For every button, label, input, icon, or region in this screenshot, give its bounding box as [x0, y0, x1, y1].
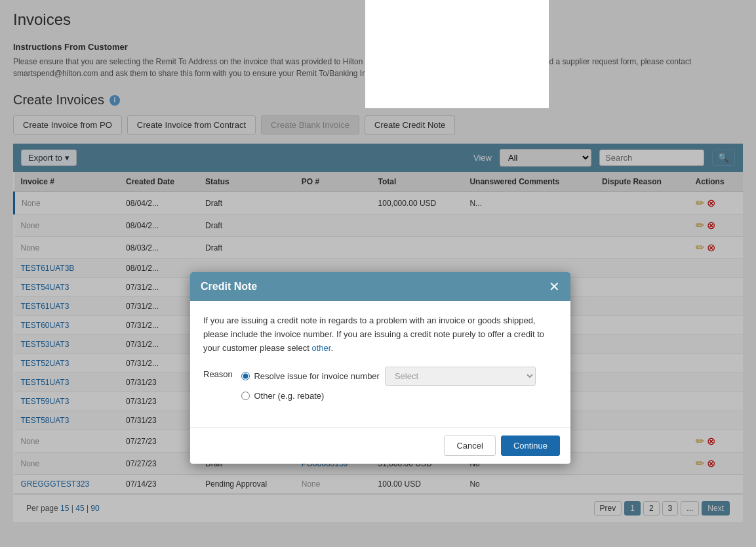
reason-label: Reason — [203, 369, 233, 379]
reason-row-1: Resolve issue for invoice number Select — [241, 367, 535, 386]
modal-footer: Cancel Continue — [190, 427, 570, 464]
modal-title: Credit Note — [201, 281, 257, 293]
reason-option-2[interactable]: Other (e.g. rebate) — [241, 391, 324, 401]
reason-radio-1[interactable] — [241, 372, 250, 380]
reason-options: Resolve issue for invoice number Select … — [241, 367, 535, 401]
reason-option-1[interactable]: Resolve issue for invoice number — [241, 371, 379, 381]
cancel-button[interactable]: Cancel — [444, 436, 495, 456]
modal-header: Credit Note ✕ — [190, 272, 570, 301]
credit-note-modal: Credit Note ✕ If you are issuing a credi… — [190, 272, 570, 464]
modal-desc-link: other — [311, 343, 330, 353]
modal-description: If you are issuing a credit note in rega… — [203, 314, 557, 355]
top-overlay-white — [365, 0, 549, 108]
modal-desc-text2: . — [330, 343, 333, 353]
reason-row-2: Other (e.g. rebate) — [241, 391, 535, 401]
modal-close-button[interactable]: ✕ — [549, 280, 560, 293]
reason-option-2-label: Other (e.g. rebate) — [254, 391, 324, 401]
modal-desc-text1: If you are issuing a credit note in rega… — [203, 315, 544, 353]
continue-button[interactable]: Continue — [501, 436, 560, 456]
page-wrapper: Invoices Instructions From Customer Plea… — [0, 0, 756, 547]
modal-body: If you are issuing a credit note in rega… — [190, 301, 570, 427]
reason-section: Reason Resolve issue for invoice number … — [203, 367, 557, 401]
reason-radio-2[interactable] — [241, 392, 250, 400]
reason-option-1-label: Resolve issue for invoice number — [254, 371, 379, 381]
invoice-select[interactable]: Select — [385, 367, 536, 386]
